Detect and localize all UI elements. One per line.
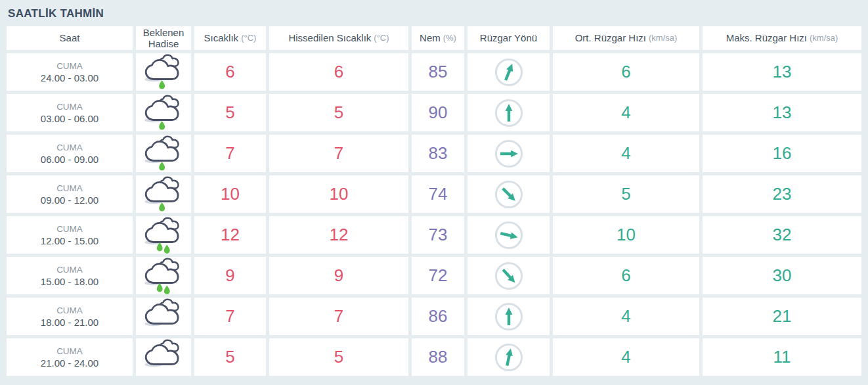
time-range-label: 06.00 - 09.00 <box>41 154 98 165</box>
max-wind-speed-cell: 11 <box>703 338 861 376</box>
feels-like-cell: 7 <box>269 298 408 335</box>
day-label: CUMA <box>56 61 83 71</box>
column-header: Rüzgar Yönü <box>467 26 550 50</box>
temperature-cell: 9 <box>194 257 266 294</box>
max-wind-speed-cell: 13 <box>703 53 861 91</box>
feels-like-cell: 7 <box>269 135 408 172</box>
temperature-cell: 7 <box>194 135 266 172</box>
expected-event-cell <box>136 135 191 172</box>
avg-wind-speed-cell: 4 <box>553 94 699 131</box>
expected-event-cell <box>136 257 191 294</box>
wind-direction-icon <box>494 98 524 128</box>
time-cell: CUMA 03.00 - 06.00 <box>7 94 133 131</box>
max-wind-speed-cell: 32 <box>703 216 861 254</box>
wind-direction-icon <box>494 342 524 373</box>
wind-direction-cell <box>467 135 550 172</box>
expected-event-cell <box>136 175 191 213</box>
rain-drop-icon <box>164 285 170 294</box>
temperature-cell: 12 <box>194 216 266 254</box>
column-header-label: Nem <box>420 32 441 43</box>
column-header: Ort. Rüzgar Hızı(km/sa) <box>553 26 699 50</box>
time-cell: CUMA 09.00 - 12.00 <box>7 175 133 213</box>
column-header-label: Hissedilen Sıcaklık <box>288 32 371 43</box>
avg-wind-speed-cell: 6 <box>553 257 699 294</box>
max-wind-speed-cell: 23 <box>703 175 861 213</box>
humidity-cell: 85 <box>412 53 464 91</box>
day-label: CUMA <box>56 143 83 152</box>
wind-direction-icon <box>494 179 524 210</box>
avg-wind-speed-cell: 6 <box>553 53 699 91</box>
temperature-cell: 6 <box>194 53 266 91</box>
expected-event-cell <box>136 94 191 131</box>
wind-direction-cell <box>467 338 550 376</box>
time-range-label: 15.00 - 18.00 <box>41 276 98 287</box>
avg-wind-speed-cell: 5 <box>553 175 699 213</box>
feels-like-cell: 5 <box>269 94 408 131</box>
column-header: Hissedilen Sıcaklık(°C) <box>269 26 408 50</box>
max-wind-speed-cell: 13 <box>703 94 861 131</box>
time-range-label: 21.00 - 24.00 <box>41 357 98 369</box>
feels-like-cell: 10 <box>269 175 408 213</box>
humidity-cell: 90 <box>412 94 464 131</box>
wind-direction-cell <box>467 175 550 213</box>
hourly-forecast-page: SAATLİK TAHMİN Saat Beklenen Hadise Sıca… <box>0 0 868 385</box>
weather-icon <box>142 95 184 131</box>
expected-event-cell <box>136 53 191 91</box>
rain-drop-icon <box>159 80 165 89</box>
wind-direction-cell <box>467 216 550 254</box>
column-header-label: Maks. Rüzgar Hızı <box>726 32 807 43</box>
day-label: CUMA <box>56 102 83 112</box>
max-wind-speed-cell: 30 <box>703 257 861 294</box>
wind-direction-cell <box>467 298 550 335</box>
column-header-label: Sıcaklık <box>204 32 239 43</box>
column-header-unit: (%) <box>443 34 456 43</box>
feels-like-cell: 12 <box>269 216 408 254</box>
time-cell: CUMA 06.00 - 09.00 <box>7 135 133 172</box>
time-range-label: 09.00 - 12.00 <box>41 194 98 206</box>
time-range-label: 03.00 - 06.00 <box>41 113 98 124</box>
column-header-label: Saat <box>60 32 80 43</box>
day-label: CUMA <box>56 224 83 234</box>
temperature-cell: 5 <box>194 338 266 376</box>
column-header: Sıcaklık(°C) <box>194 26 266 50</box>
time-cell: CUMA 24.00 - 03.00 <box>7 53 133 91</box>
weather-icon <box>142 54 184 91</box>
column-header-label: Ort. Rüzgar Hızı <box>575 32 646 43</box>
column-header: Nem(%) <box>412 26 464 50</box>
time-cell: CUMA 21.00 - 24.00 <box>7 338 133 376</box>
feels-like-cell: 9 <box>269 257 408 294</box>
day-label: CUMA <box>56 306 83 315</box>
time-range-label: 18.00 - 21.00 <box>41 317 98 328</box>
avg-wind-speed-cell: 4 <box>553 298 699 335</box>
rain-drop-icon <box>159 121 165 129</box>
day-label: CUMA <box>56 183 83 193</box>
column-header-label: Beklenen Hadise <box>139 27 188 50</box>
rain-drop-icon <box>164 244 170 253</box>
humidity-cell: 73 <box>412 216 464 254</box>
humidity-cell: 86 <box>412 298 464 335</box>
feels-like-cell: 5 <box>269 338 408 376</box>
temperature-cell: 7 <box>194 298 266 335</box>
max-wind-speed-cell: 21 <box>703 298 861 335</box>
wind-direction-icon <box>494 261 524 291</box>
rain-drop-icon <box>159 202 165 211</box>
weather-icon <box>142 217 184 254</box>
wind-direction-cell <box>467 53 550 91</box>
day-label: CUMA <box>56 265 83 275</box>
column-header: Maks. Rüzgar Hızı(km/sa) <box>703 26 861 50</box>
weather-icon <box>142 176 184 213</box>
column-header-label: Rüzgar Yönü <box>480 32 537 43</box>
expected-event-cell <box>136 338 191 376</box>
avg-wind-speed-cell: 10 <box>553 216 699 254</box>
weather-icon <box>142 258 184 294</box>
weather-icon <box>142 339 184 376</box>
column-header: Beklenen Hadise <box>136 26 191 50</box>
expected-event-cell <box>136 216 191 254</box>
temperature-cell: 5 <box>194 94 266 131</box>
column-header: Saat <box>7 26 133 50</box>
time-cell: CUMA 18.00 - 21.00 <box>7 298 133 335</box>
forecast-table: Saat Beklenen Hadise Sıcaklık(°C) Hissed… <box>7 26 861 376</box>
page-title: SAATLİK TAHMİN <box>0 0 868 26</box>
temperature-cell: 10 <box>194 175 266 213</box>
time-cell: CUMA 12.00 - 15.00 <box>7 216 133 254</box>
